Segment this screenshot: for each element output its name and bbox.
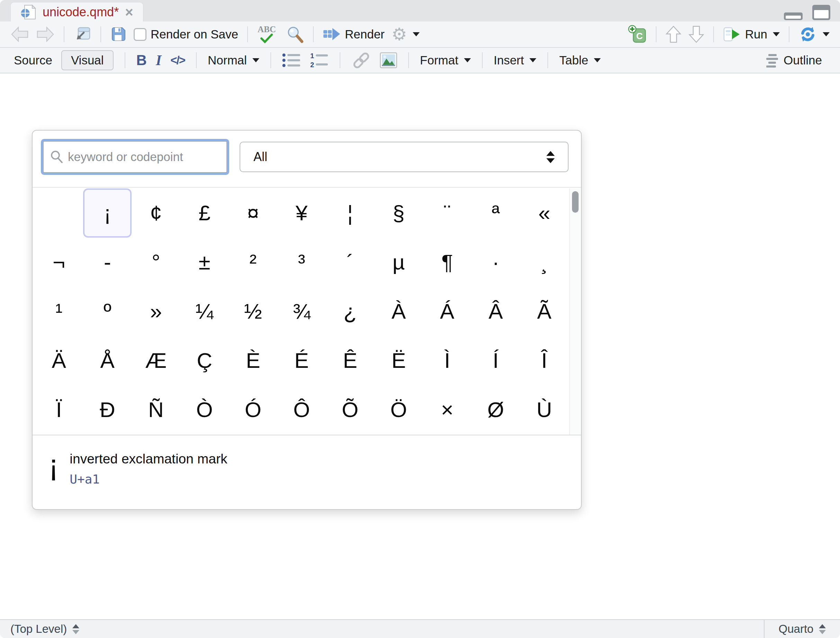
source-mode-button[interactable]: Source bbox=[14, 53, 52, 67]
italic-button[interactable]: I bbox=[156, 52, 161, 69]
unicode-char-cell[interactable]: Í bbox=[472, 336, 520, 385]
unicode-char-cell[interactable]: ¡ bbox=[83, 188, 131, 238]
unicode-char-cell[interactable]: Ä bbox=[35, 336, 83, 385]
unicode-char-cell[interactable]: ª bbox=[472, 188, 520, 238]
bold-button[interactable]: B bbox=[136, 52, 147, 69]
unicode-char-cell[interactable]: ³ bbox=[277, 238, 326, 287]
render-on-save-control[interactable]: Render on Save bbox=[134, 27, 238, 41]
render-options-button[interactable]: ⚙ bbox=[392, 25, 420, 43]
grid-scrollbar[interactable] bbox=[569, 188, 580, 435]
statusbar-format-selector[interactable]: Quarto bbox=[764, 620, 840, 638]
unicode-char-cell[interactable]: ¢ bbox=[131, 188, 180, 238]
unicode-char-cell[interactable]: » bbox=[131, 287, 180, 336]
statusbar-scope-selector[interactable]: (Top Level) bbox=[10, 622, 79, 636]
unicode-char-cell[interactable]: Ã bbox=[520, 287, 568, 336]
maximize-icon[interactable] bbox=[812, 5, 830, 20]
find-replace-button[interactable] bbox=[286, 25, 304, 43]
bullet-list-button[interactable] bbox=[282, 52, 301, 68]
spellcheck-button[interactable]: ABC bbox=[257, 25, 279, 44]
unicode-char-cell[interactable]: Ê bbox=[326, 336, 374, 385]
close-icon[interactable]: × bbox=[125, 5, 133, 19]
unicode-char-cell[interactable]: « bbox=[520, 188, 568, 238]
outline-button[interactable]: Outline bbox=[766, 53, 826, 68]
table-menu[interactable]: Table bbox=[559, 53, 601, 67]
unicode-char-cell[interactable] bbox=[35, 188, 83, 238]
unicode-char-cell[interactable]: Æ bbox=[131, 336, 180, 385]
format-menu[interactable]: Format bbox=[420, 53, 471, 67]
back-button[interactable] bbox=[10, 26, 29, 42]
forward-button[interactable] bbox=[36, 26, 55, 42]
render-on-save-checkbox[interactable] bbox=[134, 28, 147, 41]
unicode-char-cell[interactable]: Ï bbox=[35, 385, 83, 434]
unicode-char-cell[interactable]: ¨ bbox=[423, 188, 471, 238]
unicode-char-cell[interactable]: Á bbox=[423, 287, 471, 336]
category-select[interactable]: All bbox=[240, 142, 568, 172]
unicode-char-cell[interactable]: £ bbox=[180, 188, 229, 238]
unicode-char-cell[interactable]: ¾ bbox=[277, 287, 326, 336]
visual-mode-button[interactable]: Visual bbox=[61, 50, 114, 70]
unicode-char-cell[interactable]: Õ bbox=[326, 385, 374, 434]
insert-chunk-button[interactable]: C bbox=[628, 25, 647, 44]
unicode-char-cell[interactable]: × bbox=[423, 385, 471, 434]
render-button[interactable]: Render bbox=[323, 26, 385, 43]
scrollbar-thumb[interactable] bbox=[572, 191, 579, 213]
unicode-char-cell[interactable]: É bbox=[277, 336, 326, 385]
insert-link-button[interactable] bbox=[351, 52, 371, 69]
unicode-char-cell[interactable]: ¶ bbox=[423, 238, 471, 287]
unicode-char-cell[interactable]: ¿ bbox=[326, 287, 374, 336]
unicode-char-cell[interactable]: º bbox=[83, 287, 131, 336]
run-button[interactable]: Run bbox=[723, 26, 780, 43]
unicode-char-cell[interactable]: Ó bbox=[229, 385, 277, 434]
next-chunk-button[interactable] bbox=[688, 25, 704, 43]
unicode-char-cell[interactable]: - bbox=[83, 238, 131, 287]
unicode-char-cell[interactable]: § bbox=[374, 188, 423, 238]
unicode-char-cell[interactable]: Ð bbox=[83, 385, 131, 434]
unicode-char-cell[interactable]: È bbox=[229, 336, 277, 385]
unicode-char-cell[interactable]: ¸ bbox=[520, 238, 568, 287]
paragraph-style-select[interactable]: Normal bbox=[208, 53, 259, 67]
unicode-char-cell[interactable]: ¼ bbox=[180, 287, 229, 336]
separator bbox=[247, 26, 248, 42]
unicode-char-cell[interactable]: µ bbox=[374, 238, 423, 287]
visual-editor-surface[interactable]: All ¡¢£¤¥¦§¨ª«¬-°±²³´µ¶·¸¹º»¼½¾¿ÀÁÂÃÄÅÆÇ… bbox=[0, 73, 840, 619]
insert-image-button[interactable] bbox=[380, 52, 397, 68]
unicode-char-cell[interactable]: Å bbox=[83, 336, 131, 385]
unicode-char-cell[interactable]: ´ bbox=[326, 238, 374, 287]
unicode-char-cell[interactable]: · bbox=[472, 238, 520, 287]
tab-unicode-qmd[interactable]: unicode.qmd* × bbox=[10, 2, 143, 22]
unicode-char-cell[interactable]: Ñ bbox=[131, 385, 180, 434]
insert-chunk-icon: C bbox=[628, 25, 647, 44]
unicode-char-cell[interactable]: À bbox=[374, 287, 423, 336]
unicode-char-cell[interactable]: ¹ bbox=[35, 287, 83, 336]
unicode-char-cell[interactable]: ± bbox=[180, 238, 229, 287]
unicode-char-cell[interactable]: Ö bbox=[374, 385, 423, 434]
save-button[interactable] bbox=[110, 26, 127, 43]
insert-menu[interactable]: Insert bbox=[494, 53, 537, 67]
unicode-char-cell[interactable]: ½ bbox=[229, 287, 277, 336]
inline-code-button[interactable]: </> bbox=[171, 54, 185, 67]
unicode-char-cell[interactable]: ¥ bbox=[277, 188, 326, 238]
unicode-char-cell[interactable]: Î bbox=[520, 336, 568, 385]
unicode-char-cell[interactable]: Â bbox=[472, 287, 520, 336]
unicode-char-cell[interactable]: Ì bbox=[423, 336, 471, 385]
unicode-char-cell[interactable]: ° bbox=[131, 238, 180, 287]
unicode-char-cell[interactable]: Ò bbox=[180, 385, 229, 434]
unicode-char-cell[interactable]: Ô bbox=[277, 385, 326, 434]
unicode-char-cell[interactable]: Ç bbox=[180, 336, 229, 385]
minimize-icon[interactable] bbox=[784, 13, 803, 20]
open-in-new-window-button[interactable] bbox=[73, 25, 92, 43]
unicode-char-cell[interactable]: ¬ bbox=[35, 238, 83, 287]
unicode-char-cell[interactable]: Ë bbox=[374, 336, 423, 385]
previous-chunk-button[interactable] bbox=[665, 25, 681, 43]
unicode-char-cell[interactable]: ¦ bbox=[326, 188, 374, 238]
unicode-char-cell[interactable]: ² bbox=[229, 238, 277, 287]
unicode-char-cell[interactable]: Ø bbox=[472, 385, 520, 434]
svg-text:2: 2 bbox=[310, 61, 314, 68]
unicode-char-cell[interactable]: ¤ bbox=[229, 188, 277, 238]
separator bbox=[408, 52, 409, 68]
search-input[interactable] bbox=[43, 141, 227, 173]
numbered-list-button[interactable]: 1 2 bbox=[310, 52, 328, 68]
search-icon bbox=[286, 25, 304, 43]
source-button[interactable] bbox=[799, 25, 830, 43]
unicode-char-cell[interactable]: Ù bbox=[520, 385, 568, 434]
